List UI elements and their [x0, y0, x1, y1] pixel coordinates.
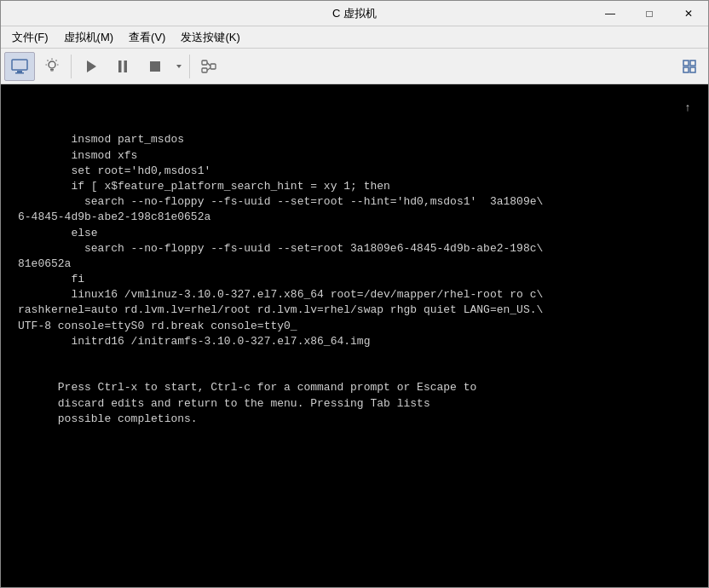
toolbar-divider-2 — [189, 55, 190, 78]
terminal-output: insmod part_msdos insmod xfs set root='h… — [1, 84, 708, 587]
screen-button[interactable] — [4, 52, 35, 81]
svg-rect-15 — [202, 68, 207, 72]
menu-view[interactable]: 查看(V) — [121, 27, 173, 48]
close-button[interactable]: ✕ — [669, 1, 708, 26]
scroll-indicator: ↑ — [684, 101, 691, 114]
stop-icon — [146, 57, 164, 76]
window-title: C 虚拟机 — [332, 6, 377, 21]
svg-rect-12 — [150, 61, 160, 72]
svg-line-7 — [48, 60, 49, 61]
svg-marker-9 — [87, 61, 96, 72]
menu-bar: 文件(F) 虚拟机(M) 查看(V) 发送按键(K) — [1, 26, 708, 49]
chevron-down-icon — [175, 62, 183, 71]
screen-icon — [10, 57, 29, 76]
svg-rect-21 — [683, 67, 689, 72]
svg-marker-13 — [176, 65, 182, 68]
toolbar — [1, 49, 708, 84]
stop-button[interactable] — [140, 52, 170, 81]
bulb-button[interactable] — [37, 52, 67, 81]
share-button[interactable] — [193, 52, 224, 81]
svg-rect-19 — [683, 61, 689, 66]
menu-send-keys[interactable]: 发送按键(K) — [173, 27, 247, 48]
play-button[interactable] — [75, 52, 106, 81]
stop-dropdown-button[interactable] — [172, 52, 186, 81]
title-bar: C 虚拟机 — □ ✕ — [1, 1, 708, 26]
maximize-button[interactable]: □ — [630, 1, 669, 26]
share-icon — [199, 57, 218, 76]
svg-rect-1 — [17, 71, 22, 72]
menu-file[interactable]: 文件(F) — [4, 27, 56, 48]
bulb-icon — [43, 57, 61, 76]
svg-line-5 — [56, 60, 57, 61]
resize-icon — [680, 57, 699, 76]
svg-rect-11 — [124, 61, 128, 72]
minimize-button[interactable]: — — [591, 1, 630, 26]
svg-rect-10 — [118, 61, 122, 72]
svg-rect-20 — [690, 61, 695, 66]
title-bar-controls: — □ ✕ — [591, 1, 708, 26]
pause-icon — [113, 57, 132, 76]
svg-rect-22 — [690, 67, 695, 72]
play-icon — [81, 57, 100, 76]
resize-button[interactable] — [674, 52, 705, 81]
svg-rect-14 — [202, 61, 207, 65]
toolbar-divider-1 — [71, 55, 72, 78]
pause-button[interactable] — [107, 52, 138, 81]
svg-rect-0 — [12, 60, 27, 70]
main-window: C 虚拟机 — □ ✕ 文件(F) 虚拟机(M) 查看(V) 发送按键(K) — [0, 0, 709, 588]
screen-area[interactable]: insmod part_msdos insmod xfs set root='h… — [1, 84, 708, 587]
svg-rect-2 — [15, 72, 24, 74]
svg-point-3 — [49, 61, 55, 68]
menu-vm[interactable]: 虚拟机(M) — [56, 27, 122, 48]
svg-rect-16 — [210, 64, 216, 69]
